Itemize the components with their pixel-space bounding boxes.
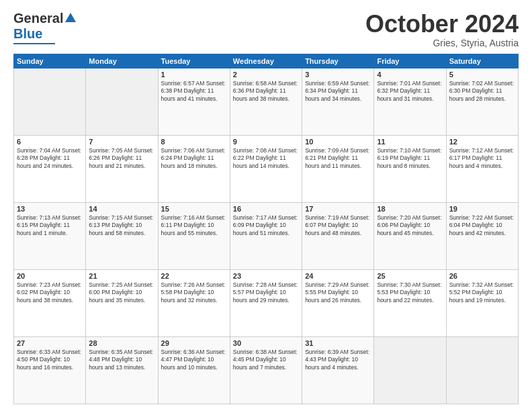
day-content: Sunrise: 7:02 AM Sunset: 6:30 PM Dayligh… bbox=[449, 80, 515, 103]
day-number: 14 bbox=[89, 205, 154, 213]
calendar-cell: 30Sunrise: 6:38 AM Sunset: 4:45 PM Dayli… bbox=[230, 336, 302, 404]
calendar-cell: 2Sunrise: 6:58 AM Sunset: 6:36 PM Daylig… bbox=[230, 68, 302, 135]
calendar-cell: 25Sunrise: 7:30 AM Sunset: 5:53 PM Dayli… bbox=[374, 269, 446, 336]
calendar-header-day: Wednesday bbox=[230, 54, 302, 68]
day-content: Sunrise: 6:38 AM Sunset: 4:45 PM Dayligh… bbox=[233, 349, 299, 371]
calendar-week-row: 27Sunrise: 6:33 AM Sunset: 4:50 PM Dayli… bbox=[14, 336, 519, 404]
logo: General Blue bbox=[13, 11, 77, 44]
day-number: 6 bbox=[17, 138, 83, 146]
day-number: 25 bbox=[377, 272, 443, 280]
calendar-cell: 3Sunrise: 6:59 AM Sunset: 6:34 PM Daylig… bbox=[302, 68, 374, 135]
day-content: Sunrise: 7:22 AM Sunset: 6:04 PM Dayligh… bbox=[449, 214, 515, 237]
day-content: Sunrise: 7:20 AM Sunset: 6:06 PM Dayligh… bbox=[377, 214, 443, 237]
day-number: 13 bbox=[17, 205, 83, 213]
day-content: Sunrise: 6:59 AM Sunset: 6:34 PM Dayligh… bbox=[305, 80, 371, 103]
day-content: Sunrise: 7:16 AM Sunset: 6:11 PM Dayligh… bbox=[161, 214, 227, 237]
day-content: Sunrise: 7:26 AM Sunset: 5:58 PM Dayligh… bbox=[161, 281, 227, 304]
calendar-cell bbox=[374, 336, 446, 404]
calendar-cell: 21Sunrise: 7:25 AM Sunset: 6:00 PM Dayli… bbox=[86, 269, 158, 336]
calendar-header-day: Tuesday bbox=[158, 54, 230, 68]
day-content: Sunrise: 7:04 AM Sunset: 6:28 PM Dayligh… bbox=[17, 147, 83, 170]
day-number: 30 bbox=[233, 339, 299, 347]
day-number: 29 bbox=[161, 339, 227, 347]
day-number: 18 bbox=[377, 205, 443, 213]
calendar-cell: 11Sunrise: 7:10 AM Sunset: 6:19 PM Dayli… bbox=[374, 135, 446, 202]
calendar-cell bbox=[446, 336, 518, 404]
day-content: Sunrise: 6:57 AM Sunset: 6:38 PM Dayligh… bbox=[161, 80, 227, 103]
calendar-cell: 6Sunrise: 7:04 AM Sunset: 6:28 PM Daylig… bbox=[14, 135, 86, 202]
day-number: 16 bbox=[233, 205, 299, 213]
calendar-cell: 4Sunrise: 7:01 AM Sunset: 6:32 PM Daylig… bbox=[374, 68, 446, 135]
calendar-cell: 18Sunrise: 7:20 AM Sunset: 6:06 PM Dayli… bbox=[374, 202, 446, 269]
day-content: Sunrise: 7:12 AM Sunset: 6:17 PM Dayligh… bbox=[449, 147, 515, 170]
calendar-week-row: 6Sunrise: 7:04 AM Sunset: 6:28 PM Daylig… bbox=[14, 135, 519, 202]
calendar-cell bbox=[14, 68, 86, 135]
calendar-cell: 27Sunrise: 6:33 AM Sunset: 4:50 PM Dayli… bbox=[14, 336, 86, 404]
day-content: Sunrise: 7:32 AM Sunset: 5:52 PM Dayligh… bbox=[449, 281, 515, 304]
calendar-cell: 29Sunrise: 6:36 AM Sunset: 4:47 PM Dayli… bbox=[158, 336, 230, 404]
day-number: 9 bbox=[233, 138, 299, 146]
day-content: Sunrise: 7:09 AM Sunset: 6:21 PM Dayligh… bbox=[305, 147, 371, 170]
logo-blue: Blue bbox=[13, 26, 42, 42]
calendar-cell: 13Sunrise: 7:13 AM Sunset: 6:15 PM Dayli… bbox=[14, 202, 86, 269]
day-content: Sunrise: 7:05 AM Sunset: 6:26 PM Dayligh… bbox=[89, 147, 154, 170]
day-content: Sunrise: 7:08 AM Sunset: 6:22 PM Dayligh… bbox=[233, 147, 299, 170]
day-content: Sunrise: 7:23 AM Sunset: 6:02 PM Dayligh… bbox=[17, 281, 83, 304]
calendar-table: SundayMondayTuesdayWednesdayThursdayFrid… bbox=[13, 54, 519, 404]
calendar-header-row: SundayMondayTuesdayWednesdayThursdayFrid… bbox=[14, 54, 519, 68]
day-content: Sunrise: 7:28 AM Sunset: 5:57 PM Dayligh… bbox=[233, 281, 299, 304]
day-content: Sunrise: 6:58 AM Sunset: 6:36 PM Dayligh… bbox=[233, 80, 299, 103]
day-content: Sunrise: 7:06 AM Sunset: 6:24 PM Dayligh… bbox=[161, 147, 227, 170]
logo-icon bbox=[64, 11, 77, 24]
calendar-cell: 17Sunrise: 7:19 AM Sunset: 6:07 PM Dayli… bbox=[302, 202, 374, 269]
day-number: 28 bbox=[89, 339, 154, 347]
calendar-week-row: 20Sunrise: 7:23 AM Sunset: 6:02 PM Dayli… bbox=[14, 269, 519, 336]
day-number: 11 bbox=[377, 138, 443, 146]
calendar-week-row: 1Sunrise: 6:57 AM Sunset: 6:38 PM Daylig… bbox=[14, 68, 519, 135]
calendar-cell: 5Sunrise: 7:02 AM Sunset: 6:30 PM Daylig… bbox=[446, 68, 518, 135]
day-number: 2 bbox=[233, 71, 299, 79]
calendar-cell: 20Sunrise: 7:23 AM Sunset: 6:02 PM Dayli… bbox=[14, 269, 86, 336]
calendar-cell: 7Sunrise: 7:05 AM Sunset: 6:26 PM Daylig… bbox=[86, 135, 158, 202]
day-number: 4 bbox=[377, 71, 443, 79]
day-number: 10 bbox=[305, 138, 371, 146]
calendar-header-day: Thursday bbox=[302, 54, 374, 68]
logo-underline bbox=[13, 43, 55, 44]
calendar-cell: 22Sunrise: 7:26 AM Sunset: 5:58 PM Dayli… bbox=[158, 269, 230, 336]
calendar-cell: 9Sunrise: 7:08 AM Sunset: 6:22 PM Daylig… bbox=[230, 135, 302, 202]
month-title: October 2024 bbox=[365, 11, 519, 38]
calendar-cell: 31Sunrise: 6:39 AM Sunset: 4:43 PM Dayli… bbox=[302, 336, 374, 404]
calendar-header-day: Monday bbox=[86, 54, 158, 68]
day-number: 17 bbox=[305, 205, 371, 213]
title-area: October 2024 Gries, Styria, Austria bbox=[365, 11, 519, 48]
day-content: Sunrise: 7:01 AM Sunset: 6:32 PM Dayligh… bbox=[377, 80, 443, 103]
calendar-cell: 8Sunrise: 7:06 AM Sunset: 6:24 PM Daylig… bbox=[158, 135, 230, 202]
day-content: Sunrise: 7:10 AM Sunset: 6:19 PM Dayligh… bbox=[377, 147, 443, 170]
day-number: 23 bbox=[233, 272, 299, 280]
page: General Blue October 2024 Gries, Styria,… bbox=[0, 0, 532, 411]
day-number: 20 bbox=[17, 272, 83, 280]
calendar-cell: 15Sunrise: 7:16 AM Sunset: 6:11 PM Dayli… bbox=[158, 202, 230, 269]
day-content: Sunrise: 7:19 AM Sunset: 6:07 PM Dayligh… bbox=[305, 214, 371, 237]
location-subtitle: Gries, Styria, Austria bbox=[365, 38, 519, 48]
day-content: Sunrise: 7:17 AM Sunset: 6:09 PM Dayligh… bbox=[233, 214, 299, 237]
calendar-cell: 16Sunrise: 7:17 AM Sunset: 6:09 PM Dayli… bbox=[230, 202, 302, 269]
calendar-week-row: 13Sunrise: 7:13 AM Sunset: 6:15 PM Dayli… bbox=[14, 202, 519, 269]
calendar-header-day: Sunday bbox=[14, 54, 86, 68]
day-content: Sunrise: 7:29 AM Sunset: 5:55 PM Dayligh… bbox=[305, 281, 371, 304]
day-content: Sunrise: 7:30 AM Sunset: 5:53 PM Dayligh… bbox=[377, 281, 443, 304]
day-content: Sunrise: 6:33 AM Sunset: 4:50 PM Dayligh… bbox=[17, 349, 83, 371]
day-content: Sunrise: 7:13 AM Sunset: 6:15 PM Dayligh… bbox=[17, 214, 83, 237]
calendar-cell bbox=[86, 68, 158, 135]
day-number: 5 bbox=[449, 71, 515, 79]
day-content: Sunrise: 6:36 AM Sunset: 4:47 PM Dayligh… bbox=[161, 349, 227, 371]
day-number: 3 bbox=[305, 71, 371, 79]
day-number: 21 bbox=[89, 272, 154, 280]
day-content: Sunrise: 6:35 AM Sunset: 4:48 PM Dayligh… bbox=[89, 349, 154, 371]
day-number: 12 bbox=[449, 138, 515, 146]
day-number: 26 bbox=[449, 272, 515, 280]
logo-general: General bbox=[13, 11, 63, 26]
calendar-header-day: Saturday bbox=[446, 54, 518, 68]
day-number: 15 bbox=[161, 205, 227, 213]
day-number: 22 bbox=[161, 272, 227, 280]
